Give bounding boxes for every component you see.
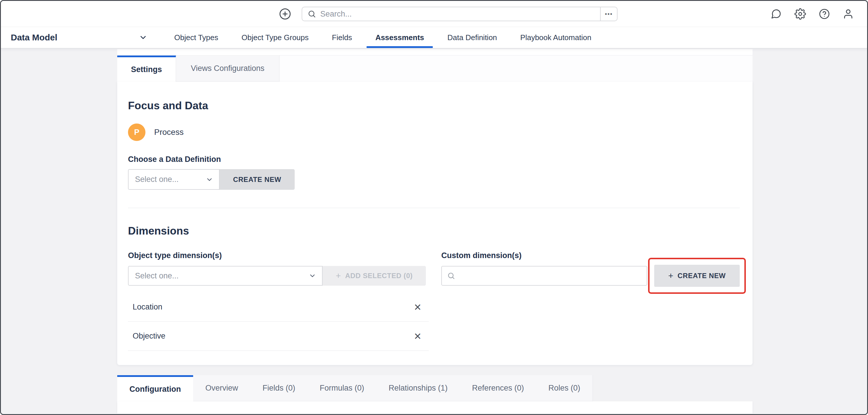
nav-item-object-type-groups[interactable]: Object Type Groups [230,27,320,48]
custom-dimensions-label: Custom dimension(s) [441,251,740,260]
tab-relationships[interactable]: Relationships (1) [376,375,460,401]
top-bar-actions [771,1,854,27]
create-new-annotated-area: + CREATE NEW [654,265,740,287]
tab-configuration[interactable]: Configuration [117,375,193,401]
nav-items: Object Types Object Type Groups Fields A… [163,27,603,48]
object-type-avatar: P [128,124,146,141]
gear-icon [795,8,806,20]
create-data-definition-button[interactable]: CREATE NEW [220,169,294,190]
assessment-tabstrip: Configuration Overview Fields (0) Formul… [117,375,752,401]
add-selected-button[interactable]: + ADD SELECTED (0) [322,266,426,286]
nav-item-playbook-automation[interactable]: Playbook Automation [509,27,603,48]
tab-settings[interactable]: Settings [117,56,176,82]
tab-views-configurations[interactable]: Views Configurations [176,56,280,82]
select-placeholder: Select one... [135,175,179,184]
user-icon [843,8,854,20]
plus-circle-icon [279,8,291,20]
chevron-down-icon [206,176,213,183]
focus-object-row: P Process [128,124,740,141]
add-selected-label: ADD SELECTED (0) [345,272,412,280]
focus-and-data-title: Focus and Data [128,82,740,112]
object-type-dimension-select[interactable]: Select one... [128,266,322,286]
page-content: Settings Views Configurations Focus and … [1,49,867,414]
nav-item-object-types[interactable]: Object Types [163,27,230,48]
dimensions-title: Dimensions [128,225,740,237]
tab-overview[interactable]: Overview [193,375,251,401]
tab-roles[interactable]: Roles (0) [536,375,593,401]
dimensions-grid: Object type dimension(s) Select one... [128,251,740,287]
data-definition-select[interactable]: Select one... [128,169,220,190]
section-divider [128,208,740,208]
dimension-name: Location [133,303,162,312]
create-new-label: CREATE NEW [678,272,726,280]
quick-add-button[interactable] [279,1,291,27]
nav-item-fields[interactable]: Fields [320,27,364,48]
chevron-down-icon [139,33,148,42]
chat-icon [771,8,782,20]
close-icon: × [414,329,421,343]
app-window: ••• [0,0,868,415]
search-icon [307,9,316,18]
object-type-name: Process [154,128,184,137]
selected-dimensions-list: Location × Objective × [128,292,429,351]
custom-dimensions-controls: + CREATE NEW [441,265,740,287]
remove-dimension-button[interactable]: × [414,301,421,313]
settings-button[interactable] [795,8,806,20]
object-type-dimensions-label: Object type dimension(s) [128,251,426,260]
settings-tabstrip: Settings Views Configurations [117,56,752,82]
search-icon [447,272,455,280]
search-options-button[interactable]: ••• [600,7,617,21]
plus-icon: + [668,271,673,281]
object-type-dimensions-controls: Select one... + ADD SELECTED (0) [128,265,426,287]
select-placeholder: Select one... [135,271,179,280]
module-nav-bar: Data Model Object Types Object Type Grou… [1,27,867,48]
chevron-down-icon [309,272,316,280]
tab-fields[interactable]: Fields (0) [250,375,308,401]
next-card-edge [117,401,752,414]
global-search-bar: ••• [302,7,618,21]
workspace-selector[interactable]: Data Model [11,27,148,48]
nav-item-data-definition[interactable]: Data Definition [436,27,509,48]
data-definition-label: Choose a Data Definition [128,155,740,164]
workspace-label: Data Model [11,33,57,42]
close-icon: × [414,300,421,314]
list-item: Location × [128,292,429,322]
create-custom-dimension-button[interactable]: + CREATE NEW [654,265,740,287]
account-button[interactable] [843,8,854,20]
search-input[interactable] [320,9,600,19]
tab-references[interactable]: References (0) [460,375,537,401]
dimension-name: Objective [133,332,165,341]
settings-card: Focus and Data P Process Choose a Data D… [117,82,752,365]
custom-dimension-search [441,266,647,286]
help-icon [819,8,830,20]
custom-dimensions-column: Custom dimension(s) + [441,251,740,287]
remove-dimension-button[interactable]: × [414,330,421,342]
custom-dimension-search-input[interactable] [460,271,642,280]
ellipsis-icon: ••• [605,11,613,18]
plus-icon: + [336,271,341,281]
object-type-dimensions-column: Object type dimension(s) Select one... [128,251,426,287]
chat-button[interactable] [771,8,782,20]
list-item: Objective × [128,322,429,351]
nav-item-assessments[interactable]: Assessments [364,27,436,48]
help-button[interactable] [819,8,830,20]
tab-formulas[interactable]: Formulas (0) [307,375,377,401]
data-definition-row: Select one... CREATE NEW [128,169,740,190]
top-bar: ••• [1,1,867,27]
scrolled-card-edge [117,49,752,56]
